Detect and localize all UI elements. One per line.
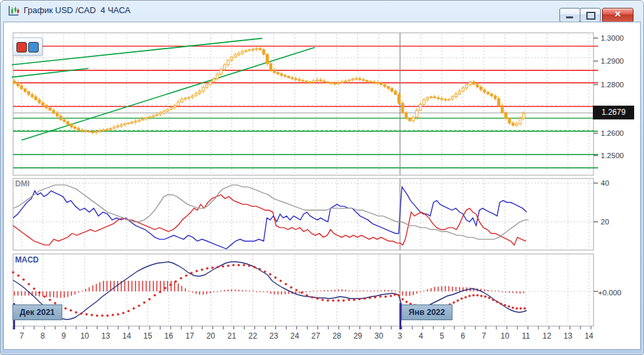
indicator-legend[interactable] [12, 37, 43, 56]
blue-indicator-chip[interactable] [28, 42, 39, 52]
chart-canvas[interactable] [0, 0, 644, 355]
red-indicator-chip[interactable] [16, 42, 27, 52]
application-window: { "window": { "title": "График USD /CAD … [0, 0, 644, 355]
